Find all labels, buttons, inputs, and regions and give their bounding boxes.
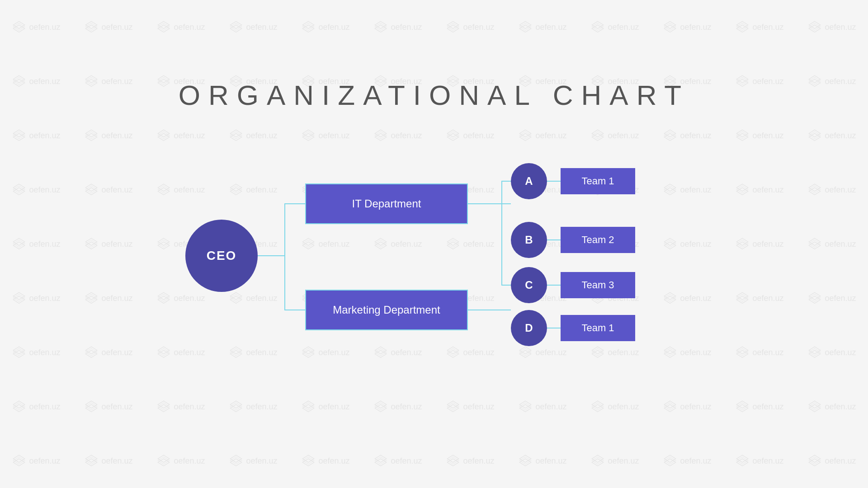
team-d-label: Team 1	[581, 322, 614, 334]
marketing-department-box: Marketing Department	[305, 290, 468, 330]
team-circle-d: D	[511, 310, 547, 346]
team-box-a: Team 1	[561, 168, 635, 194]
team-circle-b: B	[511, 222, 547, 258]
org-chart: CEO IT Department Marketing Department A…	[185, 138, 683, 373]
it-department-label: IT Department	[352, 197, 421, 210]
team-box-b: Team 2	[561, 227, 635, 253]
main-content: ORGANIZATIONAL CHART	[0, 0, 868, 488]
team-a-label: Team 1	[581, 175, 614, 187]
page-title: ORGANIZATIONAL CHART	[179, 79, 690, 111]
ceo-node: CEO	[185, 220, 258, 292]
team-box-c: Team 3	[561, 272, 635, 298]
team-c-label: Team 3	[581, 279, 614, 291]
ceo-label: CEO	[207, 249, 237, 263]
circle-c-label: C	[525, 279, 533, 291]
it-department-box: IT Department	[305, 183, 468, 224]
team-circle-c: C	[511, 267, 547, 303]
team-b-label: Team 2	[581, 234, 614, 246]
circle-a-label: A	[525, 175, 533, 188]
circle-b-label: B	[525, 234, 533, 246]
team-box-d: Team 1	[561, 315, 635, 341]
team-circle-a: A	[511, 163, 547, 199]
marketing-department-label: Marketing Department	[333, 304, 440, 316]
circle-d-label: D	[525, 322, 533, 334]
